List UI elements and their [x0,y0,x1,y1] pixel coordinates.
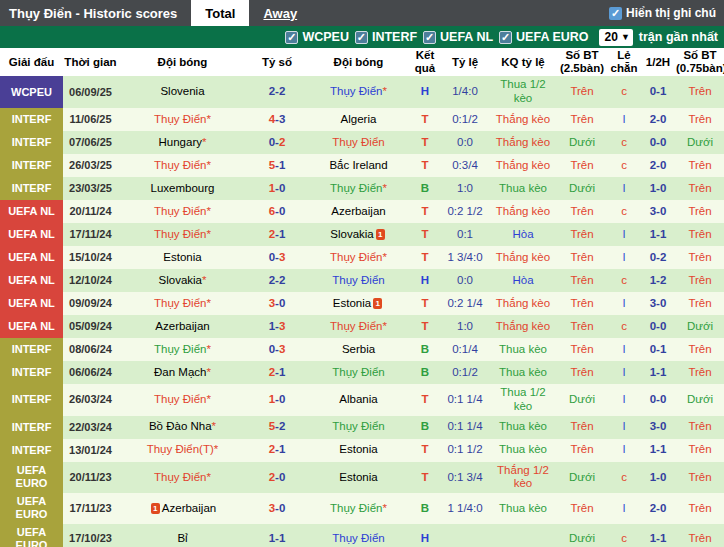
table-row: INTERF26/03/24Thụy Điển*1-0AlbaniaT0:1 1… [0,384,724,416]
match-count-select[interactable]: 20 ▼ [599,29,633,46]
odds-result: Thắng kèo [490,200,556,223]
odds-value: 0:1 1/4 [440,416,490,439]
over-under-2-5: Dưới [556,384,608,416]
uefa-euro-checkbox[interactable]: ✓ [499,31,512,44]
league-badge: UEFA NL [0,246,63,269]
half-time-score: 0-2 [640,246,676,269]
favorite-star: * [214,443,218,455]
chevron-down-icon: ▼ [621,32,630,42]
odd-even: l [608,361,640,384]
half-time-score: 3-0 [640,416,676,439]
over-under-0-75: Trên [676,200,724,223]
league-badge: UEFA EURO [0,462,63,494]
league-badge: UEFA NL [0,269,63,292]
interf-label: INTERF [372,30,417,44]
result-letter: T [410,315,440,338]
over-under-2-5: Trên [556,493,608,523]
over-under-0-75: Trên [676,493,724,523]
odds-result [490,524,556,547]
odds-result: Thua kèo [490,493,556,523]
match-date: 12/10/24 [63,269,118,292]
result-letter: T [410,154,440,177]
favorite-star: * [206,205,210,217]
tab-away[interactable]: Away [249,0,311,26]
league-badge: UEFA NL [0,315,63,338]
over-under-0-75: Trên [676,338,724,361]
competition-filter-bar: ✓ WCPEU ✓ INTERF ✓ UEFA NL ✓ UEFA EURO 2… [0,26,724,48]
score: 2-1 [247,361,307,384]
half-time-score: 2-0 [640,493,676,523]
over-under-0-75: Trên [676,108,724,131]
odds-result: Thua kèo [490,361,556,384]
favorite-star: * [206,366,210,378]
column-header-2: Đội bóng [118,48,247,76]
league-badge: INTERF [0,154,63,177]
uefa-nl-label: UEFA NL [440,30,493,44]
half-time-score: 1-1 [640,439,676,462]
away-team: Serbia [307,338,410,361]
away-team: Thụy Điển* [307,246,410,269]
favorite-star: * [382,502,386,514]
table-row: UEFA NL15/10/24Estonia0-3Thụy Điển*T1 3/… [0,246,724,269]
favorite-star: * [382,320,386,332]
league-badge: INTERF [0,177,63,200]
away-team: Albania [307,384,410,416]
over-under-2-5: Trên [556,223,608,246]
over-under-2-5: Trên [556,269,608,292]
wcpeu-checkbox[interactable]: ✓ [285,31,298,44]
column-header-0: Giải đấu [0,48,63,76]
over-under-0-75: Trên [676,462,724,494]
table-row: UEFA NL12/10/24Slovakia*2-2Thụy ĐiểnH0:0… [0,269,724,292]
odds-result: Thắng kèo [490,131,556,154]
odds-value: 0:3/4 [440,154,490,177]
interf-checkbox[interactable]: ✓ [355,31,368,44]
uefa-nl-checkbox[interactable]: ✓ [423,31,436,44]
league-badge: INTERF [0,384,63,416]
result-letter: B [410,416,440,439]
half-time-score: 3-0 [640,292,676,315]
score: 0-3 [247,338,307,361]
favorite-star: * [206,393,210,405]
home-team: Slovenia [118,76,247,108]
match-date: 15/10/24 [63,246,118,269]
favorite-star: * [206,297,210,309]
match-date: 06/06/24 [63,361,118,384]
odds-value: 0:0 [440,269,490,292]
odds-result: Thắng kèo [490,246,556,269]
odds-value: 0:1/2 [440,108,490,131]
over-under-2-5: Dưới [556,131,608,154]
home-team: Thụy Điển* [118,108,247,131]
half-time-score: 0-0 [640,384,676,416]
result-letter: T [410,131,440,154]
odds-value: 0:1 3/4 [440,462,490,494]
score: 2-0 [247,462,307,494]
score: 3-0 [247,493,307,523]
odds-result: Thua kèo [490,177,556,200]
tab-total[interactable]: Total [191,0,249,26]
column-header-1: Thời gian [63,48,118,76]
odd-even: l [608,246,640,269]
over-under-0-75: Trên [676,361,724,384]
league-badge: INTERF [0,108,63,131]
page-title: Thụy Điển - Historic scores [0,6,191,21]
half-time-score: 1-1 [640,223,676,246]
away-team: Thụy Điển* [307,76,410,108]
match-date: 07/06/25 [63,131,118,154]
odds-result: Thua kèo [490,416,556,439]
match-date: 17/10/23 [63,524,118,547]
column-header-10: 1/2H [640,48,676,76]
over-under-0-75: Trên [676,76,724,108]
result-letter: B [410,338,440,361]
table-row: UEFA NL05/09/24Azerbaijan1-3Thụy Điển*T1… [0,315,724,338]
half-time-score: 0-0 [640,315,676,338]
score: 0-2 [247,131,307,154]
over-under-2-5: Trên [556,200,608,223]
column-header-5: Kết quả [410,48,440,76]
league-badge: INTERF [0,416,63,439]
over-under-0-75: Trên [676,223,724,246]
match-date: 20/11/24 [63,200,118,223]
home-team: Thụy Điển* [118,154,247,177]
league-badge: UEFA EURO [0,493,63,523]
show-notes-checkbox[interactable]: ✓ [609,7,622,20]
odds-value: 1 1/4:0 [440,493,490,523]
